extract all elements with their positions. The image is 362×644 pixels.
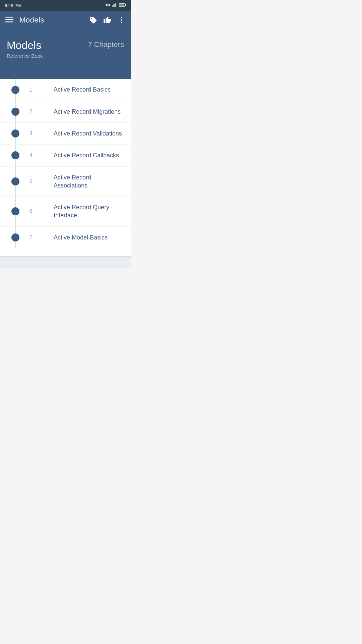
chapter-title: Active Record Validations — [54, 129, 122, 138]
header-chapters: 7 Chapters — [88, 40, 124, 49]
chapter-title: Active Record Basics — [54, 86, 111, 94]
signal-icon — [112, 3, 117, 8]
svg-rect-5 — [5, 21, 13, 22]
chapter-item[interactable]: 2 Active Record Migrations — [0, 101, 131, 123]
chapter-title: Active Record Callbacks — [54, 151, 119, 159]
battery-icon — [119, 3, 126, 8]
timeline-dot — [11, 233, 19, 241]
app-bar-left: Models — [5, 15, 44, 25]
chapter-number: 3 — [25, 130, 37, 137]
chapter-item[interactable]: 3 Active Record Validations — [0, 123, 131, 145]
app-bar-title: Models — [19, 16, 44, 24]
svg-point-6 — [121, 17, 122, 18]
timeline-dot — [11, 177, 19, 185]
signal-dots-icon: ··· — [101, 3, 104, 7]
header-section: Models Reference Book 7 Chapters — [0, 30, 131, 79]
timeline-dot — [11, 207, 19, 215]
status-bar: 6:28 PM ··· — [0, 0, 131, 11]
app-bar: Models — [0, 11, 131, 30]
svg-rect-2 — [119, 4, 124, 6]
svg-rect-4 — [5, 19, 13, 20]
chapter-item[interactable]: 1 Active Record Basics — [0, 79, 131, 101]
content-area: 1 Active Record Basics 2 Active Record M… — [0, 79, 131, 256]
more-vertical-icon[interactable] — [117, 16, 125, 24]
chapter-item[interactable]: 5 Active Record Associations — [0, 167, 131, 197]
svg-rect-3 — [5, 17, 13, 18]
timeline-dot — [11, 86, 19, 94]
chapter-list: 1 Active Record Basics 2 Active Record M… — [0, 79, 131, 248]
wifi-icon — [105, 3, 111, 8]
chapter-title: Active Record Migrations — [54, 108, 121, 116]
chapter-title: Active Model Basics — [54, 233, 108, 241]
bottom-bar — [0, 256, 131, 268]
chapter-number: 4 — [25, 152, 37, 158]
chapter-number: 1 — [25, 87, 37, 93]
timeline-dot — [11, 108, 19, 116]
header-title: Models — [7, 39, 43, 52]
chapter-number: 7 — [25, 234, 37, 240]
status-time: 6:28 PM — [5, 3, 21, 8]
chapter-item[interactable]: 7 Active Model Basics — [0, 227, 131, 248]
timeline-dot — [11, 129, 19, 138]
menu-icon[interactable] — [5, 15, 13, 25]
svg-point-8 — [121, 22, 122, 23]
chapter-title: Active Record Query Interface — [54, 203, 124, 220]
chapter-number: 6 — [25, 208, 37, 214]
svg-point-7 — [121, 19, 122, 21]
chapter-title: Active Record Associations — [54, 173, 124, 190]
chapter-number: 2 — [25, 109, 37, 115]
chapter-item[interactable]: 6 Active Record Query Interface — [0, 197, 131, 227]
app-bar-actions — [89, 16, 125, 24]
chapter-item[interactable]: 4 Active Record Callbacks — [0, 145, 131, 166]
header-subtitle: Reference Book — [7, 53, 43, 59]
timeline-dot — [11, 151, 19, 159]
header-left: Models Reference Book — [7, 39, 43, 59]
tag-icon[interactable] — [89, 16, 97, 24]
thumbs-up-icon[interactable] — [103, 16, 111, 24]
chapter-number: 5 — [25, 178, 37, 184]
svg-rect-1 — [125, 4, 126, 6]
status-icons: ··· — [101, 3, 126, 8]
